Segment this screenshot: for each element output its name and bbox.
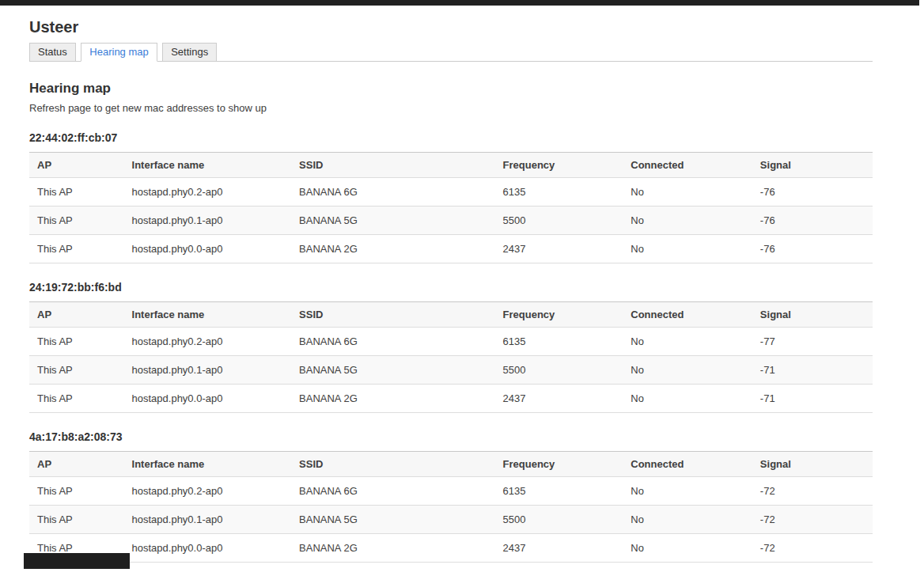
hearing-map-table: APInterface nameSSIDFrequencyConnectedSi… (29, 152, 873, 263)
table-cell: -72 (752, 506, 873, 534)
table-cell: 5500 (495, 207, 623, 235)
table-cell: No (623, 356, 752, 385)
table-cell: BANANA 5G (291, 207, 495, 235)
table-cell: -76 (752, 235, 873, 263)
table-cell: 5500 (495, 506, 623, 534)
table-cell: hostapd.phy0.1-ap0 (124, 506, 292, 534)
column-header: Signal (752, 153, 873, 178)
table-row: This APhostapd.phy0.2-ap0BANANA 6G6135No… (29, 328, 873, 356)
mac-address-heading: 22:44:02:ff:cb:07 (29, 131, 873, 144)
content-container: Usteer Status Hearing map Settings Heari… (0, 19, 873, 563)
table-header-row: APInterface nameSSIDFrequencyConnectedSi… (29, 302, 873, 328)
table-cell: BANANA 5G (291, 506, 495, 534)
table-cell: BANANA 6G (291, 178, 495, 207)
table-cell: 6135 (495, 178, 623, 207)
column-header: Signal (752, 452, 873, 477)
table-cell: hostapd.phy0.1-ap0 (124, 356, 292, 385)
table-cell: -77 (752, 328, 873, 356)
table-cell: hostapd.phy0.0-ap0 (124, 534, 292, 563)
table-cell: 2437 (495, 534, 623, 563)
table-cell: BANANA 6G (291, 328, 495, 356)
table-cell: 5500 (495, 356, 623, 385)
table-header-row: APInterface nameSSIDFrequencyConnectedSi… (29, 153, 873, 178)
device-section: 24:19:72:bb:f6:bd APInterface nameSSIDFr… (29, 281, 873, 413)
column-header: Interface name (124, 153, 292, 178)
table-cell: hostapd.phy0.2-ap0 (124, 178, 292, 207)
table-cell: This AP (29, 477, 124, 506)
tab-settings[interactable]: Settings (162, 43, 217, 62)
column-header: Connected (623, 452, 752, 477)
table-cell: No (623, 385, 752, 413)
page-title: Usteer (29, 19, 873, 35)
device-section: 22:44:02:ff:cb:07 APInterface nameSSIDFr… (29, 131, 873, 263)
table-cell: -76 (752, 207, 873, 235)
table-cell: This AP (29, 506, 124, 534)
table-cell: No (623, 477, 752, 506)
tab-bar: Status Hearing map Settings (29, 43, 873, 62)
table-cell: No (623, 506, 752, 534)
table-cell: 6135 (495, 328, 623, 356)
table-row: This APhostapd.phy0.0-ap0BANANA 2G2437No… (29, 385, 873, 413)
tab-hearing-map[interactable]: Hearing map (81, 43, 157, 62)
table-cell: 6135 (495, 477, 623, 506)
table-cell: BANANA 2G (291, 235, 495, 263)
column-header: Frequency (495, 153, 623, 178)
table-cell: This AP (29, 235, 124, 263)
table-cell: No (623, 328, 752, 356)
table-cell: This AP (29, 178, 124, 207)
column-header: Interface name (124, 452, 292, 477)
table-cell: No (623, 534, 752, 563)
table-row: This APhostapd.phy0.1-ap0BANANA 5G5500No… (29, 356, 873, 385)
table-cell: BANANA 2G (291, 534, 495, 563)
table-row: This APhostapd.phy0.0-ap0BANANA 2G2437No… (29, 534, 873, 563)
table-cell: No (623, 178, 752, 207)
table-row: This APhostapd.phy0.1-ap0BANANA 5G5500No… (29, 506, 873, 534)
column-header: Interface name (124, 302, 292, 328)
table-cell: No (623, 235, 752, 263)
table-cell: hostapd.phy0.2-ap0 (124, 477, 292, 506)
column-header: SSID (291, 302, 495, 328)
table-cell: hostapd.phy0.0-ap0 (124, 235, 292, 263)
table-row: This APhostapd.phy0.0-ap0BANANA 2G2437No… (29, 235, 873, 263)
table-row: This APhostapd.phy0.2-ap0BANANA 6G6135No… (29, 178, 873, 207)
hearing-map-table: APInterface nameSSIDFrequencyConnectedSi… (29, 451, 873, 563)
tab-status[interactable]: Status (29, 43, 76, 62)
column-header: SSID (291, 153, 495, 178)
table-cell: This AP (29, 207, 124, 235)
table-cell: 2437 (495, 235, 623, 263)
hearing-map-table: APInterface nameSSIDFrequencyConnectedSi… (29, 301, 873, 413)
table-cell: No (623, 207, 752, 235)
section-heading: Hearing map (29, 81, 873, 95)
table-cell: hostapd.phy0.1-ap0 (124, 207, 292, 235)
column-header: AP (29, 302, 124, 328)
mac-address-heading: 24:19:72:bb:f6:bd (29, 281, 873, 294)
table-cell: -76 (752, 178, 873, 207)
top-navbar (0, 0, 919, 6)
table-cell: -72 (752, 477, 873, 506)
column-header: SSID (291, 452, 495, 477)
mac-address-heading: 4a:17:b8:a2:08:73 (29, 430, 873, 443)
table-cell: -71 (752, 385, 873, 413)
table-cell: hostapd.phy0.2-ap0 (124, 328, 292, 356)
section-subtext: Refresh page to get new mac addresses to… (29, 102, 873, 114)
table-cell: 2437 (495, 385, 623, 413)
column-header: Connected (623, 302, 752, 328)
table-cell: This AP (29, 328, 124, 356)
device-section: 4a:17:b8:a2:08:73 APInterface nameSSIDFr… (29, 430, 873, 563)
hearing-map-sections: 22:44:02:ff:cb:07 APInterface nameSSIDFr… (29, 131, 873, 563)
column-header: Signal (752, 302, 873, 328)
column-header: Frequency (495, 452, 623, 477)
table-cell: -71 (752, 356, 873, 385)
table-cell: BANANA 5G (291, 356, 495, 385)
table-cell: This AP (29, 385, 124, 413)
column-header: Connected (623, 153, 752, 178)
table-cell: This AP (29, 356, 124, 385)
table-header-row: APInterface nameSSIDFrequencyConnectedSi… (29, 452, 873, 477)
column-header: AP (29, 153, 124, 178)
table-cell: -72 (752, 534, 873, 563)
table-row: This APhostapd.phy0.2-ap0BANANA 6G6135No… (29, 477, 873, 506)
column-header: Frequency (495, 302, 623, 328)
footer-bar-fragment (24, 553, 130, 569)
table-row: This APhostapd.phy0.1-ap0BANANA 5G5500No… (29, 207, 873, 235)
column-header: AP (29, 452, 124, 477)
